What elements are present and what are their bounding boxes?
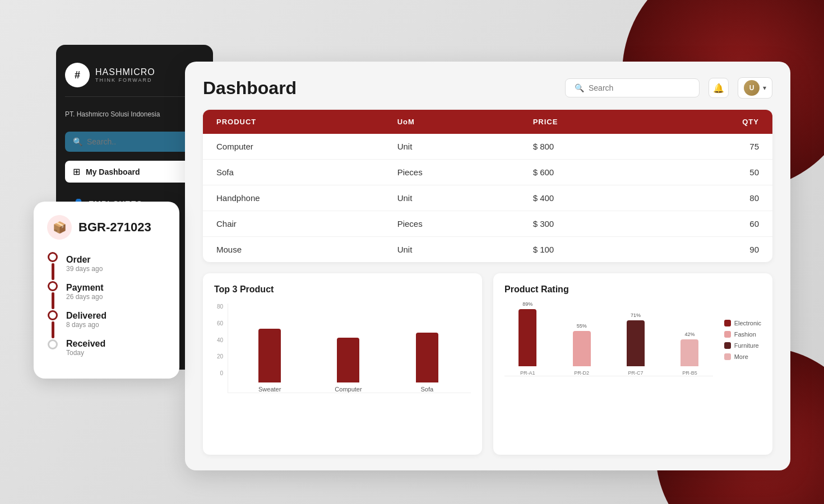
top3-chart-card: Top 3 Product 020406080 Sweater Computer… [203,273,482,455]
rating-chart-title: Product Rating [504,284,761,295]
rating-bar [519,309,536,366]
y-axis-label: 40 [214,337,223,343]
notification-button[interactable]: 🔔 [709,78,729,98]
bar [337,338,359,382]
header-search-input[interactable] [589,83,690,92]
bar-label: Sweater [258,386,281,393]
track-line-2 [52,292,54,309]
rating-bars-area: 89% PR-A1 55% PR-D2 71% PR-C7 42% PR-B5 [504,304,713,376]
order-timeline: Order 39 days ago Payment 26 days ago De… [47,251,166,363]
cell-product: Mouse [216,245,397,254]
product-table: PRODUCT UoM PRICE QTY Computer Unit $ 80… [203,110,772,262]
table-row: Handphone Unit $ 400 80 [203,185,772,211]
legend-dot [724,342,731,349]
legend-item: Electronic [724,320,761,326]
order-card: 📦 BGR-271023 Order 39 days ago Payment 2… [34,202,179,379]
top3-chart-title: Top 3 Product [214,284,471,295]
rating-bar [627,320,645,366]
track-dot-1 [48,252,58,262]
rating-bar [573,331,591,366]
sidebar-search-box[interactable]: 🔍 [65,132,204,152]
rating-bar-label: PR-C7 [628,370,644,376]
table-header: PRODUCT UoM PRICE QTY [203,110,772,134]
sidebar-item-dashboard-label: My Dashboard [86,167,140,176]
cell-uom: Pieces [397,219,533,228]
timeline-label: Received [66,339,107,349]
timeline-time: 39 days ago [66,265,107,273]
sidebar-item-dashboard[interactable]: ⊞ My Dashboard [65,161,204,183]
cell-price: $ 600 [533,167,669,177]
company-name: PT. Hashmicro Solusi Indonesia [65,110,160,118]
rating-bar-group: 71% PR-C7 [613,312,659,376]
main-dashboard: Dashboard 🔍 🔔 U ▾ PRODUCT UoM PRICE QTY [185,62,790,470]
y-axis-label: 60 [214,320,223,326]
legend-item: Furniture [724,342,761,349]
timeline-track [47,251,58,363]
rating-bar-label: PR-D2 [574,370,589,376]
legend-label: More [734,353,748,360]
cell-uom: Pieces [397,167,533,177]
order-card-header: 📦 BGR-271023 [47,215,166,240]
y-axis-label: 80 [214,304,223,310]
legend-dot [724,331,731,338]
y-axis-label: 0 [214,370,223,376]
timeline-time: 8 days ago [66,321,107,329]
sidebar-search-input[interactable] [87,137,196,146]
track-line-1 [52,263,54,280]
dashboard-icon: ⊞ [73,166,80,177]
cell-price: $ 400 [533,193,669,203]
cell-product: Chair [216,219,397,228]
rating-bar-label: PR-B5 [682,370,697,376]
cell-product: Computer [216,142,397,151]
cell-price: $ 300 [533,219,669,228]
rating-chart-area: 89% PR-A1 55% PR-D2 71% PR-C7 42% PR-B5 … [504,304,761,376]
dashboard-title: Dashboard [203,78,297,99]
bar-label: Sofa [421,386,434,393]
track-dot-4 [48,339,58,349]
col-qty: QTY [669,118,759,126]
timeline-items: Order 39 days ago Payment 26 days ago De… [66,251,107,363]
legend-dot [724,320,731,326]
cell-qty: 50 [669,167,759,177]
table-row: Mouse Unit $ 100 90 [203,237,772,262]
col-product: PRODUCT [216,118,397,126]
cell-qty: 80 [669,193,759,203]
timeline-time: Today [66,349,107,357]
order-id: BGR-271023 [78,220,151,235]
legend-dot [724,353,731,360]
bar-label: Computer [335,386,362,393]
header-search-icon: 🔍 [575,83,584,92]
user-menu-button[interactable]: U ▾ [738,77,772,99]
y-axis-label: 20 [214,353,223,360]
bar [258,329,281,382]
timeline-item: Delivered 8 days ago [66,307,107,335]
table-body: Computer Unit $ 800 75 Sofa Pieces $ 600… [203,134,772,262]
bar-group: Sofa [392,333,462,393]
dashboard-header: Dashboard 🔍 🔔 U ▾ [203,77,772,99]
cell-uom: Unit [397,193,533,203]
order-icon: 📦 [47,215,72,240]
timeline-label: Delivered [66,311,107,321]
bar-group: Computer [313,338,383,393]
rating-pct: 55% [577,323,587,329]
top3-chart-area: 020406080 Sweater Computer Sofa [214,304,471,393]
rating-bar [681,339,698,366]
company-row[interactable]: PT. Hashmicro Solusi Indonesia ▾ [65,106,204,123]
bar-group: Sweater [235,329,304,393]
header-search-box[interactable]: 🔍 [565,78,700,97]
cell-product: Sofa [216,167,397,177]
user-dropdown-arrow: ▾ [763,84,766,92]
timeline-label: Order [66,255,107,265]
y-axis-labels: 020406080 [214,304,228,376]
timeline-item: Payment 26 days ago [66,279,107,307]
rating-bar-group: 42% PR-B5 [666,332,712,376]
rating-pct: 89% [522,301,533,307]
cell-price: $ 800 [533,142,669,151]
track-dot-3 [48,310,58,320]
charts-row: Top 3 Product 020406080 Sweater Computer… [203,273,772,455]
table-row: Chair Pieces $ 300 60 [203,211,772,237]
sidebar-logo: # HASHMICRO THINK FORWARD [65,58,204,97]
track-dot-2 [48,281,58,291]
timeline-item: Order 39 days ago [66,251,107,279]
cell-qty: 90 [669,245,759,254]
